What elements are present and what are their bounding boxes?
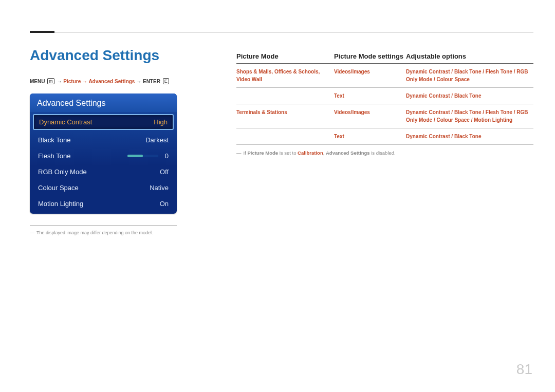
osd-item-label: Motion Lighting	[38, 200, 83, 208]
osd-item-value: Off	[160, 168, 169, 176]
menu-icon: m	[47, 78, 54, 84]
page-heading: Advanced Settings	[30, 47, 159, 64]
breadcrumb-path: Picture → Advanced Settings	[63, 79, 135, 84]
table-row: Terminals & Stations Videos/Images Dynam…	[236, 104, 533, 128]
table-header-options: Adjustable options	[406, 52, 533, 60]
cell-options: Dynamic Contrast / Black Tone	[406, 133, 533, 140]
osd-item-black-tone[interactable]: Black Tone Darkest	[30, 132, 177, 148]
cell-settings: Text	[334, 92, 406, 100]
slider-fill	[127, 155, 143, 157]
enter-icon: E	[163, 78, 169, 84]
note-text: The displayed image may differ depending…	[36, 230, 153, 235]
osd-item-flesh-tone[interactable]: Flesh Tone 0	[30, 148, 177, 164]
arrow: →	[136, 79, 141, 84]
cell-settings: Videos/Images	[334, 108, 406, 116]
dash-icon: ―	[236, 150, 242, 156]
cell-options: Dynamic Contrast / Black Tone	[406, 92, 533, 100]
osd-item-value: High	[154, 118, 168, 126]
cell-options: Dynamic Contrast / Black Tone / Flesh To…	[406, 68, 533, 83]
osd-item-rgb-only-mode[interactable]: RGB Only Mode Off	[30, 164, 177, 180]
menu-label: MENU	[30, 79, 45, 84]
cell-settings: Videos/Images	[334, 68, 406, 76]
menu-path-breadcrumb: MENU m → Picture → Advanced Settings → E…	[30, 78, 170, 84]
osd-panel: Advanced Settings Dynamic Contrast High …	[30, 94, 177, 214]
cell-mode: Shops & Malls, Offices & Schools, Video …	[236, 68, 334, 83]
slider-track[interactable]	[127, 155, 158, 157]
osd-item-label: Flesh Tone	[38, 152, 70, 160]
top-rule	[30, 32, 533, 32]
footnote-rule	[30, 225, 177, 226]
arrow: →	[57, 79, 62, 84]
cell-mode: Terminals & Stations	[236, 108, 334, 116]
osd-item-label: Colour Space	[38, 184, 79, 192]
model-disclaimer: ―The displayed image may differ dependin…	[30, 230, 194, 235]
fn-hl: Calibration	[298, 150, 323, 156]
osd-item-value: On	[160, 200, 169, 208]
osd-item-value: 0	[162, 152, 169, 160]
osd-title: Advanced Settings	[30, 94, 177, 112]
osd-item-label: Dynamic Contrast	[39, 118, 92, 126]
options-table: Picture Mode Picture Mode settings Adjus…	[236, 52, 533, 156]
table-header-mode: Picture Mode	[236, 52, 334, 60]
fn-mid1: is set to	[278, 150, 298, 156]
enter-label: ENTER	[143, 79, 160, 84]
osd-item-dynamic-contrast[interactable]: Dynamic Contrast High	[33, 114, 174, 130]
cell-options: Dynamic Contrast / Black Tone / Flesh To…	[406, 108, 533, 124]
page-number: 81	[516, 361, 532, 378]
table-header-settings: Picture Mode settings	[334, 52, 406, 60]
osd-item-value: Native	[150, 184, 169, 192]
fn-post: is disabled.	[370, 150, 396, 156]
fn-b2: Advanced Settings	[326, 150, 370, 156]
table-row: Text Dynamic Contrast / Black Tone	[236, 128, 533, 145]
osd-item-label: RGB Only Mode	[38, 168, 87, 176]
osd-item-colour-space[interactable]: Colour Space Native	[30, 180, 177, 196]
dash-icon: ―	[30, 230, 34, 235]
osd-item-motion-lighting[interactable]: Motion Lighting On	[30, 196, 177, 214]
table-row: Text Dynamic Contrast / Black Tone	[236, 88, 533, 104]
cell-settings: Text	[334, 133, 406, 140]
table-header-row: Picture Mode Picture Mode settings Adjus…	[236, 52, 533, 64]
table-row: Shops & Malls, Offices & Schools, Video …	[236, 64, 533, 88]
table-footnote: ―If Picture Mode is set to Calibration, …	[236, 150, 533, 156]
osd-item-label: Black Tone	[38, 136, 70, 144]
fn-b1: Picture Mode	[247, 150, 278, 156]
top-accent-bar	[30, 31, 54, 33]
osd-item-value: Darkest	[145, 136, 169, 144]
